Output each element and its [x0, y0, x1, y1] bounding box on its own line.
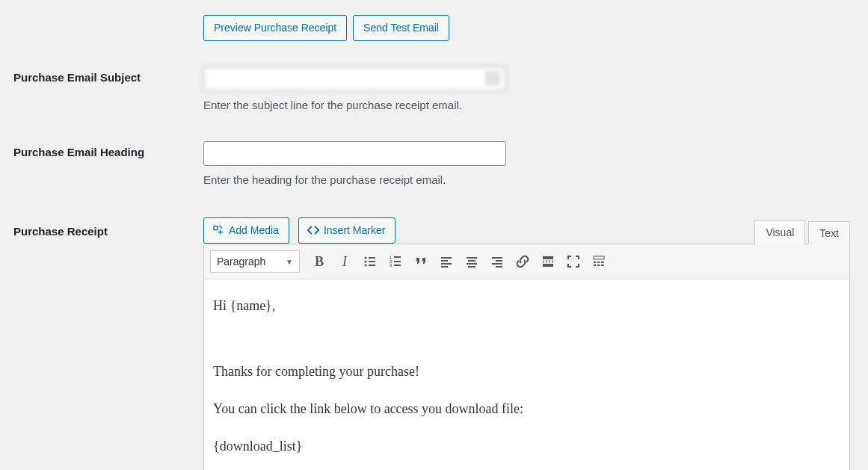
- svg-rect-23: [492, 263, 502, 265]
- heading-label: Purchase Email Heading: [0, 141, 203, 158]
- tab-visual[interactable]: Visual: [754, 220, 805, 244]
- svg-rect-26: [543, 261, 553, 262]
- svg-rect-15: [441, 263, 452, 265]
- svg-rect-24: [496, 266, 502, 268]
- editor-toolbar: Paragraph ▼ B I 1: [204, 244, 849, 279]
- svg-rect-6: [369, 265, 375, 266]
- read-more-button[interactable]: [538, 251, 558, 272]
- insert-marker-button[interactable]: Insert Marker: [298, 217, 395, 244]
- format-select[interactable]: Paragraph ▼: [210, 250, 300, 273]
- media-icon: [212, 223, 225, 236]
- svg-rect-4: [369, 261, 375, 262]
- link-icon: [515, 254, 530, 269]
- svg-rect-8: [394, 256, 401, 258]
- receipt-label: Purchase Receipt: [0, 217, 203, 238]
- svg-rect-34: [601, 265, 604, 266]
- svg-rect-30: [597, 262, 600, 263]
- svg-rect-16: [441, 266, 448, 268]
- numbered-list-icon: 1 2 3: [388, 254, 403, 269]
- svg-rect-17: [467, 257, 477, 259]
- align-right-icon: [490, 254, 505, 269]
- code-icon: [307, 224, 320, 236]
- svg-rect-25: [543, 256, 553, 259]
- svg-rect-27: [543, 264, 553, 267]
- align-left-button[interactable]: [436, 251, 457, 272]
- svg-rect-14: [441, 260, 448, 262]
- numbered-list-button[interactable]: 1 2 3: [385, 251, 406, 272]
- quote-icon: [413, 254, 428, 269]
- body-line-3: You can click the link below to access y…: [213, 399, 840, 420]
- svg-rect-32: [594, 265, 596, 266]
- svg-rect-31: [601, 262, 604, 263]
- send-test-email-button[interactable]: Send Test Email: [353, 15, 449, 41]
- align-center-icon: [464, 254, 479, 269]
- svg-rect-28: [594, 256, 604, 259]
- readmore-icon: [541, 254, 555, 269]
- svg-rect-13: [441, 257, 452, 259]
- preview-receipt-button[interactable]: Preview Purchase Receipt: [203, 15, 347, 41]
- editor-content[interactable]: Hi {name}, Thanks for completing your pu…: [204, 279, 849, 470]
- blockquote-button[interactable]: [410, 251, 431, 272]
- add-media-button[interactable]: Add Media: [203, 217, 289, 244]
- svg-rect-21: [492, 257, 502, 259]
- body-line-2: Thanks for completing your purchase!: [213, 362, 840, 383]
- svg-rect-20: [468, 266, 475, 268]
- kitchen-sink-icon: [591, 254, 606, 269]
- toolbar-toggle-button[interactable]: [588, 251, 609, 272]
- fullscreen-button[interactable]: [563, 251, 584, 272]
- tab-text[interactable]: Text: [808, 221, 850, 244]
- heading-help: Enter the heading for the purchase recei…: [203, 173, 850, 186]
- link-button[interactable]: [512, 251, 533, 272]
- svg-rect-33: [597, 265, 600, 266]
- svg-point-3: [365, 261, 367, 263]
- body-line-1: Hi {name},: [213, 296, 840, 317]
- svg-rect-29: [594, 262, 596, 263]
- svg-point-1: [365, 257, 367, 259]
- svg-rect-19: [467, 263, 477, 265]
- fullscreen-icon: [566, 254, 581, 269]
- body-line-4: {download_list}: [213, 436, 840, 457]
- align-right-button[interactable]: [487, 251, 508, 272]
- svg-rect-10: [394, 261, 401, 262]
- align-left-icon: [439, 254, 454, 269]
- svg-rect-2: [369, 257, 375, 259]
- svg-point-0: [214, 226, 218, 230]
- svg-text:3: 3: [390, 263, 393, 268]
- italic-button[interactable]: I: [334, 251, 355, 272]
- svg-rect-12: [394, 265, 401, 266]
- svg-rect-18: [468, 260, 475, 262]
- bullet-list-icon: [363, 254, 378, 269]
- chevron-down-icon: ▼: [286, 258, 293, 266]
- subject-help: Enter the subject line for the purchase …: [203, 99, 850, 111]
- subject-label: Purchase Email Subject: [0, 67, 203, 84]
- subject-input[interactable]: [203, 67, 506, 91]
- blurred-overlay: [485, 71, 500, 86]
- heading-input[interactable]: [203, 141, 506, 166]
- svg-point-5: [365, 265, 367, 267]
- align-center-button[interactable]: [461, 251, 482, 272]
- svg-rect-22: [496, 260, 502, 262]
- bold-button[interactable]: B: [309, 251, 330, 272]
- bullet-list-button[interactable]: [360, 251, 381, 272]
